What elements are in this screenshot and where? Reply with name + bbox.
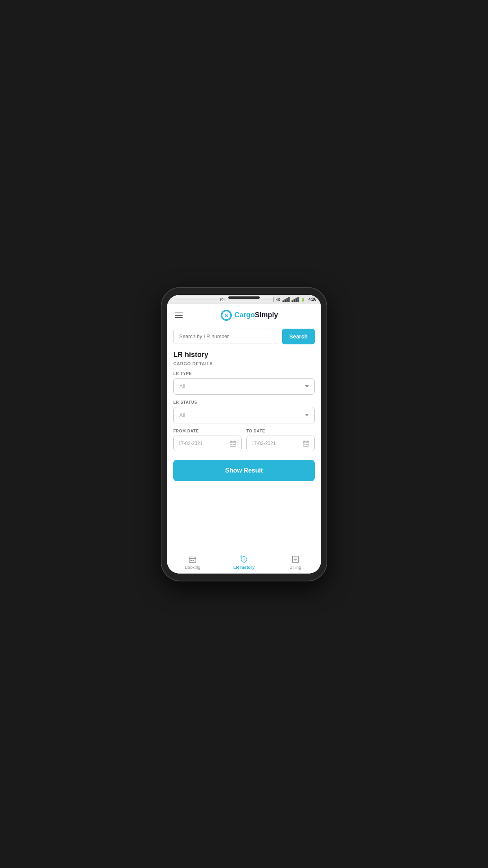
bottom-nav: Booking LR history <box>167 550 321 574</box>
chevron-down-icon-2 <box>305 414 309 416</box>
svg-rect-9 <box>231 443 233 445</box>
lr-history-icon <box>240 555 248 564</box>
from-date-input[interactable]: 17-02-2021 <box>173 436 242 451</box>
svg-rect-19 <box>189 557 196 563</box>
status-left <box>172 297 273 302</box>
lr-type-select[interactable]: All <box>173 378 315 395</box>
billing-label: Billing <box>290 565 301 570</box>
nav-item-lr-history[interactable]: LR history <box>218 554 270 571</box>
svg-rect-11 <box>234 443 235 445</box>
network-label: 4G <box>276 298 281 302</box>
billing-icon <box>291 555 300 564</box>
from-date-label: FROM DATE <box>173 429 242 433</box>
date-row: FROM DATE 17-02-2021 <box>173 429 315 451</box>
header: S CargoSimply <box>167 304 321 325</box>
lr-status-label: LR STATUS <box>173 400 315 405</box>
svg-rect-23 <box>191 559 192 561</box>
section-subtitle: CARGO DETAILS <box>173 361 315 366</box>
search-section: Search <box>167 325 321 349</box>
lr-status-select[interactable]: All <box>173 407 315 423</box>
nav-item-billing[interactable]: Billing <box>270 554 321 571</box>
photo-icon <box>172 297 273 302</box>
svg-rect-24 <box>193 559 194 561</box>
logo-cargo: Cargo <box>234 311 255 319</box>
lr-status-value: All <box>179 412 185 418</box>
svg-rect-12 <box>303 441 309 446</box>
signal-icon <box>283 297 290 302</box>
calendar-icon-2 <box>303 440 310 447</box>
battery-icon: 🔋 <box>301 298 305 302</box>
nav-item-booking[interactable]: Booking <box>167 554 218 571</box>
status-bar: 4G 🔋 4:26 <box>167 295 321 304</box>
svg-text:S: S <box>225 312 228 318</box>
to-date-label: TO DATE <box>246 429 315 433</box>
lr-type-value: All <box>179 383 185 390</box>
lr-status-group: LR STATUS All <box>173 400 315 423</box>
logo-text: CargoSimply <box>234 311 278 319</box>
to-date-group: TO DATE 17-02-2021 <box>246 429 315 451</box>
logo-container: S CargoSimply <box>184 310 315 321</box>
svg-rect-16 <box>305 443 306 445</box>
chevron-down-icon <box>305 385 309 388</box>
from-date-value: 17-02-2021 <box>178 441 202 446</box>
calendar-icon <box>229 440 237 447</box>
signal-icon-2 <box>292 297 299 302</box>
svg-rect-17 <box>306 443 307 445</box>
lr-type-label: LR TYPE <box>173 371 315 376</box>
search-input[interactable] <box>173 329 278 344</box>
lr-type-group: LR TYPE All <box>173 371 315 395</box>
to-date-input[interactable]: 17-02-2021 <box>246 436 315 451</box>
time-display: 4:26 <box>308 297 316 302</box>
lr-history-label: LR history <box>233 565 255 570</box>
svg-point-1 <box>222 299 223 300</box>
booking-label: Booking <box>185 565 200 570</box>
search-input-wrap <box>173 329 278 344</box>
to-date-value: 17-02-2021 <box>251 441 275 446</box>
svg-rect-18 <box>307 443 308 445</box>
main-section: LR history CARGO DETAILS LR TYPE All LR … <box>167 349 321 487</box>
phone-shell: 4G 🔋 4:26 <box>161 288 327 581</box>
logo-simply: Simply <box>255 311 278 319</box>
screen: 4G 🔋 4:26 <box>167 295 321 574</box>
booking-icon <box>188 555 197 564</box>
show-result-button[interactable]: Show Result <box>173 460 315 481</box>
from-date-group: FROM DATE 17-02-2021 <box>173 429 242 451</box>
app-content: S CargoSimply Search LR history CARG <box>167 304 321 550</box>
svg-rect-5 <box>230 441 236 446</box>
svg-rect-2 <box>222 298 223 299</box>
svg-rect-10 <box>233 443 234 445</box>
section-title: LR history <box>173 351 315 359</box>
hamburger-button[interactable] <box>173 311 184 320</box>
status-right: 4G 🔋 4:26 <box>276 297 316 302</box>
logo-icon: S <box>221 310 232 321</box>
search-button[interactable]: Search <box>282 329 315 344</box>
